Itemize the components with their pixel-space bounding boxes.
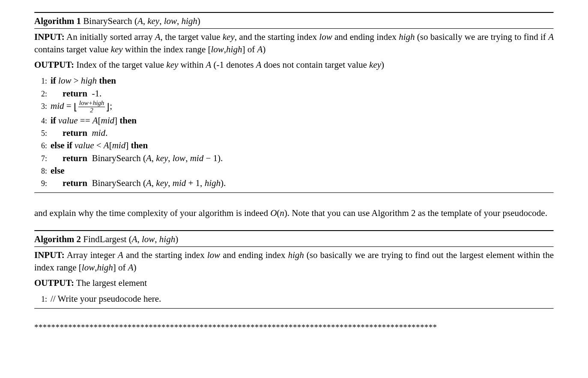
algo-step: 4:if value == A[mid] then — [34, 114, 554, 126]
algo2-output-text: The largest element — [76, 278, 147, 288]
algo-step: 5:return mid. — [34, 127, 554, 139]
algo1-steps: 1:if low > high then2:return -1.3:mid = … — [34, 72, 554, 192]
algo2-input: INPUT: Array integer A and the starting … — [34, 247, 554, 275]
step-body: if value == A[mid] then — [50, 114, 137, 126]
algo2-heading-label: Algorithm 2 — [34, 234, 81, 244]
rule — [34, 308, 554, 309]
algo-step: 6:else if value < A[mid] then — [34, 139, 554, 151]
step-body: else — [50, 165, 65, 177]
algo2-output: OUTPUT: The largest element — [34, 275, 554, 291]
algo-step: 1:if low > high then — [34, 75, 554, 87]
algo-step: 7:return BinarySearch (A, key, low, mid … — [34, 152, 554, 164]
line-number: 5: — [34, 128, 50, 138]
algo1-params: (A, key, low, high) — [134, 16, 200, 26]
line-number: 3: — [34, 101, 50, 111]
line-number: 7: — [34, 153, 50, 164]
algo2-steps: 1:// Write your pseudocode here. — [34, 291, 554, 308]
step-body: if low > high then — [50, 75, 116, 87]
line-number: 6: — [34, 141, 50, 151]
line-number: 9: — [34, 178, 50, 189]
output-label: OUTPUT: — [34, 278, 74, 288]
algo-step: 1:// Write your pseudocode here. — [34, 293, 554, 305]
algo-step: 9:return BinarySearch (A, key, mid + 1, … — [34, 177, 554, 189]
input-label: INPUT: — [34, 32, 65, 42]
algo-step: 8:else — [34, 165, 554, 177]
algorithm-1-box: Algorithm 1 BinarySearch (A, key, low, h… — [34, 12, 554, 193]
step-body: else if value < A[mid] then — [50, 139, 148, 151]
algo1-name: BinarySearch — [83, 16, 132, 26]
step-body: mid = ⌊low+high2⌋; — [50, 100, 112, 114]
input-label: INPUT: — [34, 250, 65, 260]
algo1-title: Algorithm 1 BinarySearch (A, key, low, h… — [34, 13, 554, 28]
separator-stars: ****************************************… — [34, 322, 554, 333]
algo-step: 3:mid = ⌊low+high2⌋; — [34, 100, 554, 114]
step-body: // Write your pseudocode here. — [50, 293, 161, 305]
output-label: OUTPUT: — [34, 60, 74, 70]
step-body: return BinarySearch (A, key, low, mid − … — [50, 152, 223, 164]
algo1-output: OUTPUT: Index of the target value key wi… — [34, 57, 554, 72]
step-body: return mid. — [50, 127, 107, 139]
line-number: 4: — [34, 116, 50, 126]
rule — [34, 192, 554, 193]
line-number: 1: — [34, 294, 50, 304]
algo2-input-text: Array integer A and the starting index l… — [34, 250, 554, 272]
inter-paragraph: and explain why the time complexity of y… — [34, 207, 554, 219]
step-body: return -1. — [50, 87, 101, 99]
algo1-input-text: An initially sorted array A, the target … — [34, 32, 554, 54]
algo1-heading-label: Algorithm 1 — [34, 16, 81, 26]
algo1-input: INPUT: An initially sorted array A, the … — [34, 29, 554, 57]
algo2-params: (A, low, high) — [129, 234, 179, 244]
algo2-name: FindLargest — [83, 234, 126, 244]
algorithm-2-box: Algorithm 2 FindLargest (A, low, high) I… — [34, 230, 554, 309]
step-body: return BinarySearch (A, key, mid + 1, hi… — [50, 177, 226, 189]
algo2-title: Algorithm 2 FindLargest (A, low, high) — [34, 231, 554, 246]
algo-step: 2:return -1. — [34, 87, 554, 99]
line-number: 8: — [34, 166, 50, 176]
algo1-output-text: Index of the target value key within A (… — [76, 60, 384, 70]
line-number: 2: — [34, 89, 50, 99]
line-number: 1: — [34, 76, 50, 86]
